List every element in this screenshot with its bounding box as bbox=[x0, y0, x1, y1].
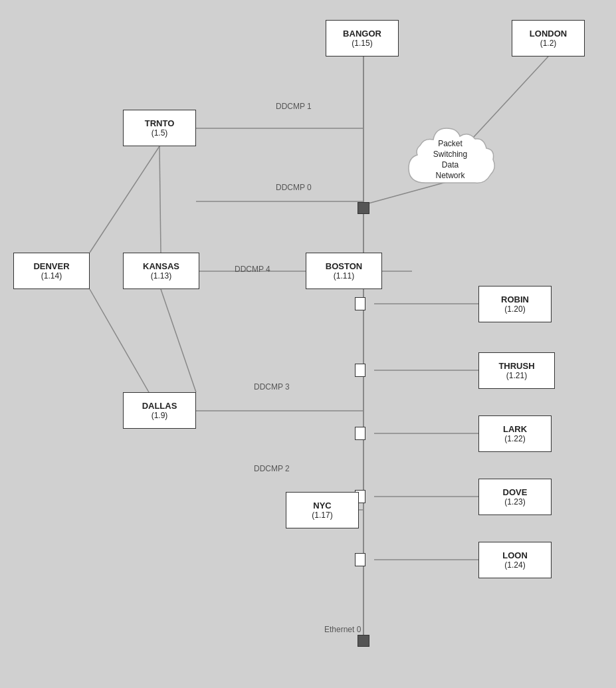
connector-robin bbox=[355, 297, 365, 310]
node-boston: BOSTON (1.11) bbox=[306, 253, 382, 289]
node-thrush: THRUSH (1.21) bbox=[478, 352, 555, 389]
node-london: LONDON (1.2) bbox=[512, 20, 585, 57]
cloud-psdn: PacketSwitchingDataNetwork bbox=[399, 116, 502, 203]
node-kansas: KANSAS (1.13) bbox=[123, 253, 199, 289]
node-robin: ROBIN (1.20) bbox=[478, 286, 552, 322]
svg-line-10 bbox=[161, 289, 196, 392]
label-ddcmp3: DDCMP 3 bbox=[254, 382, 290, 392]
connector-lark bbox=[355, 427, 365, 440]
node-loon: LOON (1.24) bbox=[478, 542, 552, 578]
connector-thrush bbox=[355, 364, 365, 377]
node-lark: LARK (1.22) bbox=[478, 415, 552, 452]
label-ddcmp1: DDCMP 1 bbox=[276, 102, 312, 111]
node-denver: DENVER (1.14) bbox=[13, 253, 90, 289]
node-trnto: TRNTO (1.5) bbox=[123, 110, 196, 146]
label-ddcmp0: DDCMP 0 bbox=[276, 183, 312, 192]
node-nyc: NYC (1.17) bbox=[286, 492, 359, 528]
cloud-label: PacketSwitchingDataNetwork bbox=[428, 132, 472, 188]
connector-bottom bbox=[358, 635, 369, 647]
label-ddcmp4: DDCMP 4 bbox=[235, 265, 270, 274]
node-bangor: BANGOR (1.15) bbox=[326, 20, 399, 57]
connector-loon bbox=[355, 553, 365, 566]
svg-line-6 bbox=[159, 146, 161, 253]
svg-line-8 bbox=[90, 146, 159, 253]
label-ddcmp2: DDCMP 2 bbox=[254, 464, 290, 473]
label-ethernet0: Ethernet 0 bbox=[324, 625, 361, 634]
node-dove: DOVE (1.23) bbox=[478, 479, 552, 515]
connector-top bbox=[358, 202, 369, 214]
node-dallas: DALLAS (1.9) bbox=[123, 392, 196, 429]
network-diagram: BANGOR (1.15) LONDON (1.2) TRNTO (1.5) D… bbox=[0, 0, 616, 688]
